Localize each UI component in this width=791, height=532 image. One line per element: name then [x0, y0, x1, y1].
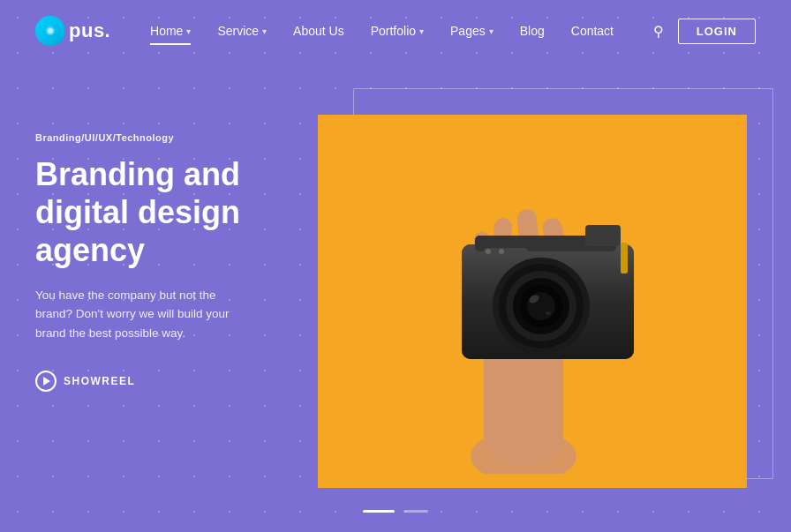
- showreel-button[interactable]: SHOWREEL: [35, 371, 300, 392]
- nav-label-home: Home: [150, 24, 183, 38]
- hero-image-wrapper: [318, 79, 756, 532]
- camera-illustration: [347, 130, 718, 474]
- chevron-down-icon: ▾: [489, 26, 493, 36]
- nav-item-contact[interactable]: Contact: [561, 19, 624, 43]
- camera-scene: [318, 115, 747, 488]
- logo-text: pus.: [69, 19, 110, 42]
- chevron-down-icon: ▾: [186, 26, 191, 36]
- svg-point-25: [486, 249, 491, 254]
- svg-point-1: [48, 28, 53, 34]
- nav-label-pages: Pages: [450, 24, 486, 38]
- logo-icon: [35, 16, 65, 46]
- nav-item-blog[interactable]: Blog: [509, 19, 555, 43]
- navbar: pus. Home ▾ Service ▾ About Us Portfolio…: [0, 0, 791, 62]
- hero-title: Branding and digital design agency: [35, 155, 300, 270]
- chevron-down-icon: ▾: [419, 26, 424, 36]
- svg-rect-13: [585, 225, 621, 246]
- main-content: Branding/UI/UX/Technology Branding and d…: [0, 62, 791, 532]
- nav-item-service[interactable]: Service ▾: [207, 19, 277, 43]
- svg-rect-14: [621, 243, 628, 273]
- nav-item-portfolio[interactable]: Portfolio ▾: [360, 19, 434, 43]
- hero-description: You have the company but not the brand? …: [35, 286, 256, 343]
- nav-links: Home ▾ Service ▾ About Us Portfolio ▾ Pa…: [139, 19, 624, 43]
- nav-label-contact: Contact: [571, 24, 614, 38]
- hero-category: Branding/UI/UX/Technology: [35, 132, 300, 143]
- svg-point-26: [499, 249, 504, 254]
- login-button[interactable]: LOGIN: [678, 19, 756, 44]
- chevron-down-icon: ▾: [262, 26, 267, 36]
- nav-item-home[interactable]: Home ▾: [139, 19, 201, 43]
- showreel-label: SHOWREEL: [64, 375, 135, 387]
- nav-label-service: Service: [217, 24, 259, 38]
- svg-point-22: [546, 311, 551, 315]
- hero-text: Branding/UI/UX/Technology Branding and d…: [35, 79, 300, 392]
- nav-label-about: About Us: [293, 24, 344, 38]
- play-triangle: [43, 377, 50, 386]
- nav-item-pages[interactable]: Pages ▾: [440, 19, 504, 43]
- pagination-dot-inactive[interactable]: [403, 510, 428, 513]
- pagination: [363, 510, 428, 513]
- pagination-dot-active[interactable]: [363, 510, 395, 513]
- play-icon: [35, 371, 56, 392]
- logo[interactable]: pus.: [35, 16, 110, 46]
- svg-point-20: [527, 292, 555, 320]
- search-icon[interactable]: ⚲: [653, 23, 664, 40]
- nav-label-blog: Blog: [520, 24, 545, 38]
- nav-item-about[interactable]: About Us: [282, 19, 355, 43]
- hero-image: [318, 115, 747, 488]
- nav-label-portfolio: Portfolio: [371, 24, 416, 38]
- nav-actions: ⚲ LOGIN: [653, 19, 756, 44]
